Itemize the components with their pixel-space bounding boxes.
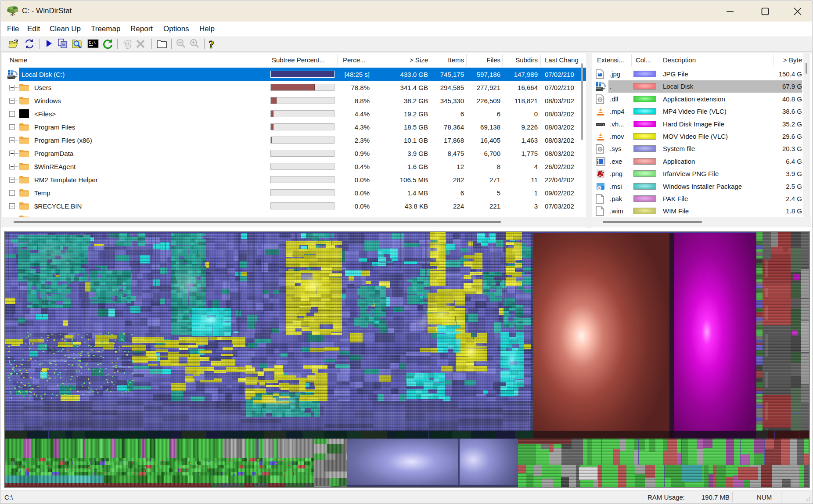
- svg-text:C:\: C:\: [89, 41, 96, 45]
- svg-text:?: ?: [209, 38, 214, 51]
